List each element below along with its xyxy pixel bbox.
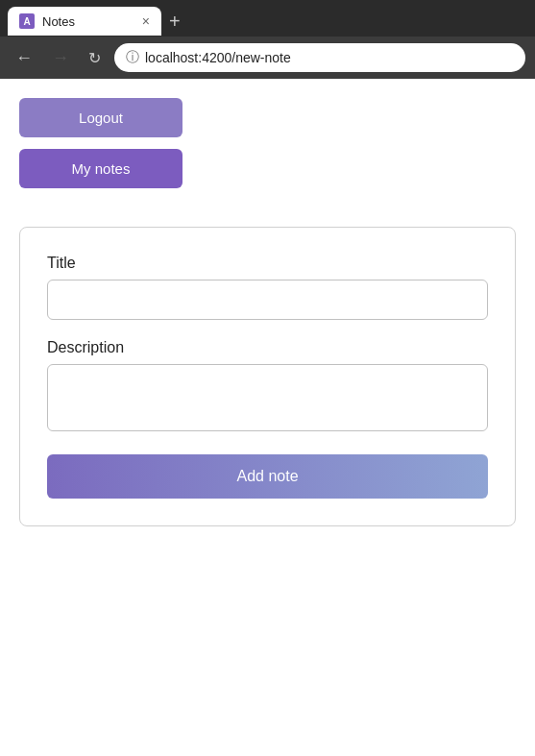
tab-favicon: A (19, 13, 35, 29)
refresh-button[interactable]: ↻ (83, 47, 107, 69)
title-input[interactable] (47, 280, 488, 320)
tab-close-button[interactable]: × (142, 13, 150, 29)
description-label: Description (47, 339, 488, 356)
address-url: localhost:4200/new-note (145, 50, 291, 65)
new-tab-button[interactable]: + (169, 11, 181, 33)
nav-bar: ← → ↻ ⓘ localhost:4200/new-note (0, 37, 535, 79)
add-note-button[interactable]: Add note (47, 454, 488, 499)
page-content: Logout My notes Title Description Add no… (0, 79, 535, 546)
back-button[interactable]: ← (10, 46, 38, 70)
description-input[interactable] (47, 364, 488, 431)
active-tab[interactable]: A Notes × (8, 7, 161, 36)
browser-chrome: A Notes × + ← → ↻ ⓘ localhost:4200/new-n… (0, 0, 535, 79)
forward-button[interactable]: → (46, 46, 75, 70)
logout-button[interactable]: Logout (19, 98, 182, 137)
secure-icon: ⓘ (126, 49, 139, 66)
title-label: Title (47, 255, 488, 272)
tab-title: Notes (42, 14, 134, 29)
my-notes-button[interactable]: My notes (19, 149, 182, 188)
address-bar[interactable]: ⓘ localhost:4200/new-note (114, 43, 525, 72)
tab-bar: A Notes × + (0, 0, 535, 37)
form-card: Title Description Add note (19, 227, 516, 526)
